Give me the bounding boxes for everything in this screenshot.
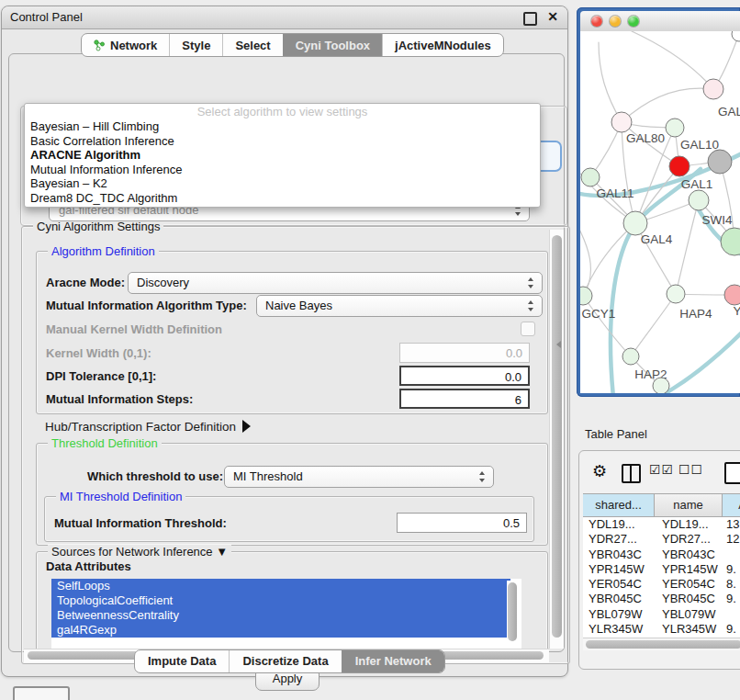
table-row[interactable]: YBR043CYBR043C xyxy=(583,548,740,562)
dpi-tolerance-value: 0.0 xyxy=(505,370,521,384)
node-gal-right[interactable] xyxy=(703,79,723,99)
node-y-right[interactable] xyxy=(724,285,740,305)
dpi-tolerance-field[interactable]: 0.0 xyxy=(399,366,530,386)
column-header-name[interactable]: name xyxy=(655,494,723,516)
expander-arrow-icon xyxy=(242,420,251,433)
attribute-list-item[interactable]: SelfLoops xyxy=(51,579,510,593)
minimize-traffic-light-icon[interactable] xyxy=(610,16,621,27)
network-window-titlebar[interactable] xyxy=(580,11,740,32)
table-row[interactable]: YLR345WYLR345W9. xyxy=(583,622,740,637)
mi-type-combobox[interactable]: Naive Bayes xyxy=(256,295,543,317)
close-icon[interactable]: ✕ xyxy=(547,9,558,24)
deselect-all-checkboxes-icon[interactable]: ☐☐ xyxy=(678,462,703,477)
tab-infer-network[interactable]: Infer Network xyxy=(342,650,444,672)
manual-kernel-checkbox[interactable] xyxy=(521,322,535,336)
control-panel-titlebar[interactable]: Control Panel ✕ xyxy=(2,6,567,29)
list-vertical-scrollbar[interactable] xyxy=(507,581,518,649)
node-swi4[interactable] xyxy=(689,190,709,210)
splitter-handle[interactable] xyxy=(556,341,561,348)
zoom-traffic-light-icon[interactable] xyxy=(628,16,639,27)
scrollbar-thumb[interactable] xyxy=(508,582,517,641)
attribute-list-item[interactable]: BetweennessCentrality xyxy=(51,608,510,623)
select-all-checkboxes-icon[interactable]: ☑☑ xyxy=(649,462,674,477)
table-cell: YLR345W xyxy=(583,622,655,637)
dropdown-option[interactable]: Dream8 DC_TDC Algorithm xyxy=(25,191,540,206)
table-cell: 9. xyxy=(723,622,740,637)
node-top-partial[interactable] xyxy=(732,31,740,41)
split-columns-icon[interactable] xyxy=(622,464,641,483)
sources-group-title[interactable]: Sources for Network Inference ▼ xyxy=(48,545,231,559)
dropdown-option[interactable]: Basic Correlation Inference xyxy=(25,134,540,149)
table-row[interactable]: YBL079WYBL079W xyxy=(583,607,740,622)
data-attributes-list[interactable]: SelfLoopsTopologicalCoefficientBetweenne… xyxy=(51,579,521,650)
table-row[interactable]: YDR27...YDR27...12 xyxy=(583,532,740,547)
tab-jactivemnodules[interactable]: jActiveMNodules xyxy=(382,34,503,56)
network-edge[interactable] xyxy=(676,200,699,294)
mi-steps-field[interactable]: 6 xyxy=(399,389,530,409)
settings-vertical-scrollbar[interactable] xyxy=(549,230,564,649)
tab-cyni-toolbox[interactable]: Cyni Toolbox xyxy=(283,34,382,56)
dropdown-option[interactable]: Bayesian – Hill Climbing xyxy=(25,119,540,134)
network-edge[interactable] xyxy=(659,331,740,393)
column-header-shared...[interactable]: shared... xyxy=(583,494,655,516)
table-header-row: shared...nameA xyxy=(583,493,740,517)
tab-style[interactable]: Style xyxy=(169,34,222,56)
export-table-icon[interactable] xyxy=(724,462,740,484)
node-gal11[interactable] xyxy=(581,168,600,186)
dropdown-placeholder: Select algorithm to view settings xyxy=(25,104,540,119)
float-window-icon[interactable] xyxy=(523,12,537,26)
node-gal80[interactable] xyxy=(611,112,632,132)
cyni-algorithm-settings-group: Cyni Algorithm Settings Algorithm Defini… xyxy=(21,226,570,664)
tab-label: Style xyxy=(182,39,210,52)
table-horizontal-scrollbar[interactable] xyxy=(583,638,740,650)
table-row[interactable]: YER054CYER054C8. xyxy=(583,577,740,592)
tab-label: Select xyxy=(235,39,270,52)
node-gcy1[interactable] xyxy=(580,287,592,305)
table-row[interactable]: YBR045CYBR045C9. xyxy=(583,592,740,606)
node-gray[interactable] xyxy=(708,150,732,174)
node-hap4-label: HAP4 xyxy=(679,307,712,321)
minimized-panel-fragment[interactable] xyxy=(13,686,70,700)
hub-definition-expander[interactable]: Hub/Transcription Factor Definition xyxy=(45,417,251,435)
attribute-list-item[interactable]: TopologicalCoefficient xyxy=(51,593,510,608)
node-y-right-label: Y xyxy=(733,304,740,318)
tab-network[interactable]: Network xyxy=(82,34,169,56)
gear-icon[interactable]: ⚙ xyxy=(592,461,607,481)
cyni-toolbox-panel: gal-filtered sif default node Select alg… xyxy=(8,53,565,652)
data-attributes-label: Data Attributes xyxy=(46,559,131,573)
network-canvas[interactable]: GALGAL80GAL10GAL1GAL11SWI4GAL4GCY1HAP4YH… xyxy=(580,31,740,393)
mi-steps-value: 6 xyxy=(515,393,521,407)
table-row[interactable]: YDL19...YDL19...13 xyxy=(583,517,740,532)
tab-discretize-data[interactable]: Discretize Data xyxy=(229,650,341,672)
scrollbar-thumb[interactable] xyxy=(586,640,740,649)
network-edge[interactable] xyxy=(599,42,622,122)
table-toolbar: ⚙ ☑☑ ☐☐ xyxy=(579,455,740,490)
close-traffic-light-icon[interactable] xyxy=(591,16,602,27)
network-edge[interactable] xyxy=(632,31,713,89)
node-bottom-partial[interactable] xyxy=(653,378,669,393)
node-big-green[interactable] xyxy=(721,228,740,255)
node-gal10[interactable] xyxy=(666,119,684,137)
dropdown-option[interactable]: ARACNE Algorithm xyxy=(25,148,540,163)
column-header-A[interactable]: A xyxy=(723,494,740,516)
network-edge[interactable] xyxy=(583,296,631,356)
network-edge[interactable] xyxy=(622,88,713,122)
node-hap4[interactable] xyxy=(667,285,685,303)
scrollbar-thumb[interactable] xyxy=(552,235,562,638)
node-hap2[interactable] xyxy=(622,348,639,365)
network-edge[interactable] xyxy=(580,224,590,296)
dropdown-option[interactable]: Bayesian – K2 xyxy=(25,176,540,191)
tab-impute-data[interactable]: Impute Data xyxy=(135,650,229,672)
which-threshold-combobox[interactable]: MI Threshold xyxy=(224,466,494,488)
aracne-mode-combobox[interactable]: Discovery xyxy=(128,272,543,294)
dropdown-option[interactable]: Mutual Information Inference xyxy=(25,163,540,177)
table-cell: 9. xyxy=(723,562,740,577)
table-row[interactable]: YPR145WYPR145W9. xyxy=(583,562,740,577)
kernel-width-field[interactable]: 0.0 xyxy=(399,343,530,363)
threshold-definition-title: Threshold Definition xyxy=(48,436,162,450)
mi-threshold-field[interactable]: 0.5 xyxy=(397,513,527,533)
network-edge[interactable] xyxy=(631,294,676,356)
attribute-list-item[interactable]: gal4RGexp xyxy=(51,623,510,638)
tab-select[interactable]: Select xyxy=(222,34,282,56)
node-gal1[interactable] xyxy=(669,156,690,176)
